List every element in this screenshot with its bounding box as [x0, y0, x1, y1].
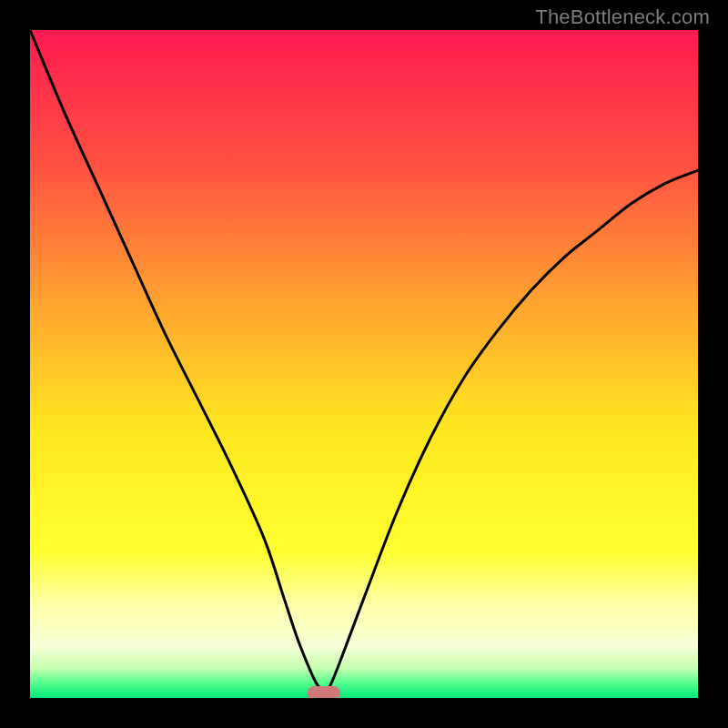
optimal-marker — [308, 686, 340, 698]
chart-frame: TheBottleneck.com — [0, 0, 728, 728]
plot-area — [30, 30, 698, 698]
bottleneck-chart — [30, 30, 698, 698]
watermark-text: TheBottleneck.com — [535, 5, 710, 29]
